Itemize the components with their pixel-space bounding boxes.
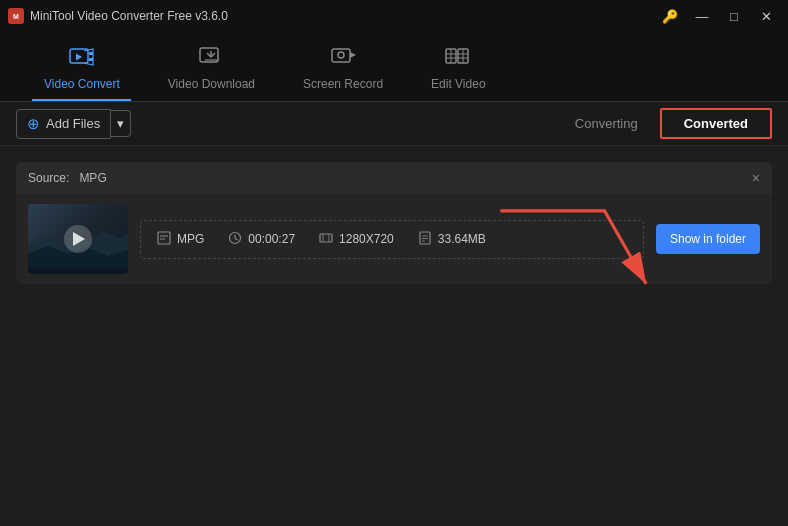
format-icon	[157, 231, 171, 248]
source-format: MPG	[79, 171, 106, 185]
resolution-value: 1280X720	[339, 232, 394, 246]
video-thumbnail	[28, 204, 128, 274]
tab-screen-record[interactable]: Screen Record	[279, 39, 407, 101]
svg-rect-28	[420, 232, 430, 244]
svg-point-9	[338, 52, 344, 58]
svg-line-24	[235, 238, 238, 240]
add-files-group: ⊕ Add Files ▾	[16, 109, 131, 139]
show-in-folder-button[interactable]: Show in folder	[656, 224, 760, 254]
video-download-icon	[198, 47, 224, 73]
add-icon: ⊕	[27, 115, 40, 133]
tab-video-download[interactable]: Video Download	[144, 39, 279, 101]
duration-value: 00:00:27	[248, 232, 295, 246]
play-button[interactable]	[64, 225, 92, 253]
duration-info: 00:00:27	[228, 231, 295, 248]
minimize-button[interactable]: —	[688, 5, 716, 27]
file-card-header: Source: MPG ×	[16, 162, 772, 194]
toolbar: ⊕ Add Files ▾ Converting Converted	[0, 102, 788, 146]
svg-rect-19	[158, 232, 170, 244]
window-controls: 🔑 — □ ✕	[656, 5, 780, 27]
tab-video-convert[interactable]: Video Convert	[20, 39, 144, 101]
size-info: 33.64MB	[418, 231, 486, 248]
format-info: MPG	[157, 231, 204, 248]
app-title: MiniTool Video Converter Free v3.6.0	[30, 9, 228, 23]
close-file-button[interactable]: ×	[752, 170, 760, 186]
sub-tab-bar: Converting Converted	[553, 108, 772, 139]
title-bar: M MiniTool Video Converter Free v3.6.0 🔑…	[0, 0, 788, 32]
add-files-label: Add Files	[46, 116, 100, 131]
format-value: MPG	[177, 232, 204, 246]
key-button[interactable]: 🔑	[656, 5, 684, 27]
sub-tab-converting[interactable]: Converting	[553, 110, 660, 137]
tab-screen-record-label: Screen Record	[303, 77, 383, 91]
tab-edit-video-label: Edit Video	[431, 77, 486, 91]
svg-rect-25	[320, 234, 332, 242]
svg-marker-10	[350, 52, 356, 58]
svg-rect-8	[332, 49, 350, 62]
tab-video-convert-label: Video Convert	[44, 77, 120, 91]
file-info-row: MPG 00:00:27 1280X720	[140, 220, 644, 259]
video-convert-icon	[69, 47, 95, 73]
resolution-icon	[319, 231, 333, 248]
size-value: 33.64MB	[438, 232, 486, 246]
content-area: Source: MPG ×	[0, 146, 788, 526]
edit-video-icon	[445, 45, 471, 73]
add-files-dropdown[interactable]: ▾	[111, 110, 131, 137]
add-files-button[interactable]: ⊕ Add Files	[16, 109, 111, 139]
app-icon: M	[8, 8, 24, 24]
tab-edit-video[interactable]: Edit Video	[407, 37, 510, 101]
tab-video-download-label: Video Download	[168, 77, 255, 91]
screen-record-icon	[330, 47, 356, 73]
svg-text:M: M	[13, 13, 19, 20]
title-bar-left: M MiniTool Video Converter Free v3.6.0	[8, 8, 228, 24]
top-nav: Video Convert Video Download Screen Reco…	[0, 32, 788, 102]
maximize-button[interactable]: □	[720, 5, 748, 27]
sub-tab-converted[interactable]: Converted	[660, 108, 772, 139]
file-card-body: MPG 00:00:27 1280X720	[16, 194, 772, 284]
source-label: Source: MPG	[28, 171, 107, 185]
resolution-info: 1280X720	[319, 231, 394, 248]
close-button[interactable]: ✕	[752, 5, 780, 27]
clock-icon	[228, 231, 242, 248]
size-icon	[418, 231, 432, 248]
file-card: Source: MPG ×	[16, 162, 772, 284]
